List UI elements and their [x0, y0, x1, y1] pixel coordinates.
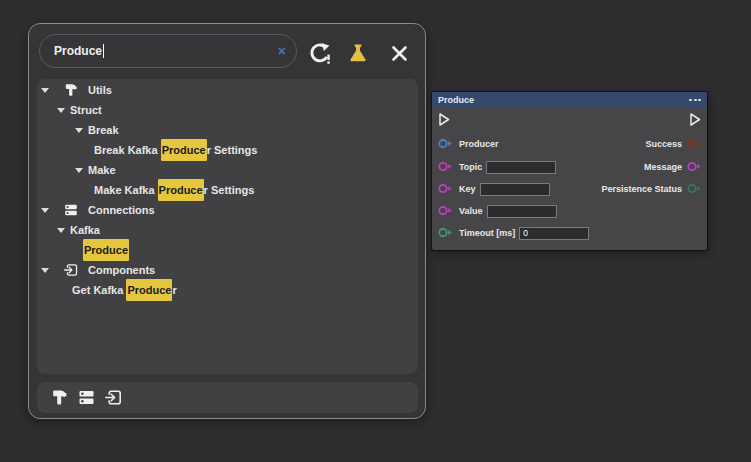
- node-header[interactable]: Produce: [432, 92, 707, 107]
- expand-arrow-icon[interactable]: [57, 228, 65, 233]
- tree-label: Make: [88, 160, 116, 180]
- node-output-row: Success: [645, 137, 702, 151]
- tree-label: Struct: [70, 100, 102, 120]
- input-port-topic[interactable]: [438, 158, 453, 176]
- expand-arrow-icon[interactable]: [41, 208, 49, 213]
- tree-item[interactable]: Break: [37, 120, 418, 140]
- connections-icon: [64, 203, 78, 217]
- tree-item[interactable]: Make Kafka Producer Settings: [37, 180, 418, 200]
- node-input-row: Producer: [438, 137, 499, 151]
- highlighted-match: Produce: [158, 179, 204, 201]
- tree-label: r: [172, 280, 176, 300]
- tree-item[interactable]: Make: [37, 160, 418, 180]
- tree-item[interactable]: Utils: [37, 80, 418, 100]
- tree-item[interactable]: Produce: [37, 240, 418, 260]
- expand-arrow-icon[interactable]: [75, 168, 83, 173]
- highlighted-match: Produce: [126, 279, 172, 301]
- tree-label: r Settings: [204, 180, 255, 200]
- utils-icon: [64, 83, 78, 97]
- tree-label: Get Kafka: [72, 280, 126, 300]
- node-menu-icon[interactable]: [689, 99, 701, 101]
- expand-arrow-icon[interactable]: [41, 268, 49, 273]
- port-label: Key: [459, 184, 476, 194]
- clear-search-icon[interactable]: ×: [278, 44, 286, 58]
- port-label: Message: [644, 162, 682, 172]
- tree-item[interactable]: Get Kafka Producer: [37, 280, 418, 300]
- expand-arrow-icon[interactable]: [57, 108, 65, 113]
- node-input-row: Topic: [438, 160, 556, 174]
- tree-label: Connections: [88, 200, 155, 220]
- tree-label: Break Kafka: [94, 140, 161, 160]
- node-editor-canvas: Produce × UtilsStructBreakBreak Kafka Pr…: [0, 0, 751, 462]
- output-port-persistence-status[interactable]: [687, 180, 702, 198]
- input-port-producer[interactable]: [438, 135, 453, 153]
- tree-label: Kafka: [70, 220, 100, 240]
- refresh-icon[interactable]: [306, 41, 332, 65]
- tree-label: Components: [88, 260, 155, 280]
- category-toolbar: [37, 382, 418, 413]
- output-port-message[interactable]: [687, 158, 702, 176]
- output-port-success[interactable]: [687, 135, 702, 153]
- highlighted-match: Produce: [83, 239, 129, 261]
- port-label: Success: [645, 139, 682, 149]
- tree-label: Make Kafka: [94, 180, 158, 200]
- tree-label: Break: [88, 120, 119, 140]
- exec-input-pin[interactable]: [437, 112, 451, 131]
- node-input-row: Timeout [ms]: [438, 226, 589, 240]
- exec-output-pin[interactable]: [688, 112, 702, 131]
- port-label: Persistence Status: [601, 184, 682, 194]
- utils-hammer-icon[interactable]: [49, 388, 69, 408]
- highlighted-match: Produce: [161, 139, 207, 161]
- node-input-row: Key: [438, 182, 550, 196]
- search-input[interactable]: Produce ×: [39, 34, 297, 68]
- tree-item[interactable]: Break Kafka Producer Settings: [37, 140, 418, 160]
- close-icon[interactable]: [386, 41, 412, 65]
- port-label: Producer: [459, 139, 499, 149]
- expand-arrow-icon[interactable]: [75, 128, 83, 133]
- tree-item[interactable]: Connections: [37, 200, 418, 220]
- input-port-key[interactable]: [438, 180, 453, 198]
- tree-item[interactable]: Components: [37, 260, 418, 280]
- node-title: Produce: [438, 95, 474, 105]
- search-input-value: Produce: [54, 44, 102, 58]
- search-results-tree: UtilsStructBreakBreak Kafka Producer Set…: [37, 79, 418, 374]
- components-import-icon[interactable]: [103, 388, 123, 408]
- connections-stack-icon[interactable]: [76, 388, 96, 408]
- port-label: Topic: [459, 162, 482, 172]
- node-output-row: Persistence Status: [601, 182, 702, 196]
- components-icon: [64, 263, 78, 277]
- tree-item[interactable]: Kafka: [37, 220, 418, 240]
- node-input-row: Value: [438, 204, 557, 218]
- filter-flask-icon[interactable]: [345, 41, 371, 65]
- input-port-value[interactable]: [438, 202, 453, 220]
- timeout-ms-field[interactable]: [519, 227, 589, 240]
- node-search-panel: Produce × UtilsStructBreakBreak Kafka Pr…: [28, 23, 426, 419]
- tree-label: r Settings: [207, 140, 258, 160]
- expand-arrow-icon[interactable]: [41, 88, 49, 93]
- topic-field[interactable]: [486, 161, 556, 174]
- tree-label: Utils: [88, 80, 112, 100]
- key-field[interactable]: [480, 183, 550, 196]
- tree-item[interactable]: Struct: [37, 100, 418, 120]
- port-label: Timeout [ms]: [459, 228, 515, 238]
- produce-node[interactable]: Produce ProducerTopicKeyValueTimeout [ms…: [432, 92, 707, 250]
- value-field[interactable]: [487, 205, 557, 218]
- node-output-row: Message: [644, 160, 702, 174]
- text-cursor: [103, 44, 104, 58]
- port-label: Value: [459, 206, 483, 216]
- input-port-timeout-ms[interactable]: [438, 224, 453, 242]
